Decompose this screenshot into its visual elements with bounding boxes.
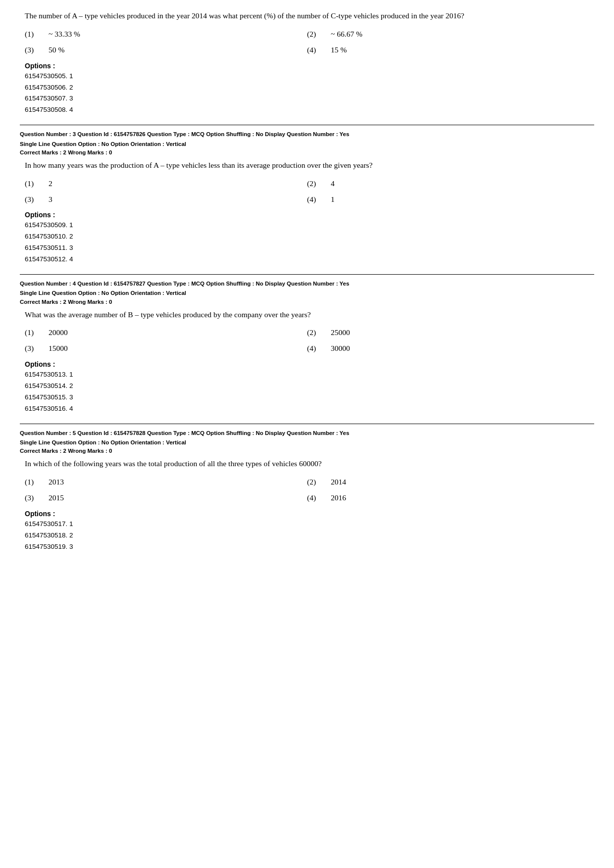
q2-options-section: Options : 61547530505. 1 61547530506. 2 … xyxy=(20,62,594,116)
q5-option-2-val: 2014 xyxy=(331,475,346,489)
q5-text: In which of the following years was the … xyxy=(20,458,594,470)
q3-meta-line2: Single Line Question Option : No Option … xyxy=(20,140,594,148)
q2-option-4-num: (4) xyxy=(307,43,321,57)
q5-option-4: (4) 2016 xyxy=(307,491,589,505)
q3-options-grid: (1) 2 (2) 4 (3) 3 (4) 1 xyxy=(20,177,594,206)
q4-option-1-val: 20000 xyxy=(49,326,68,339)
q2-option-4-val: 15 % xyxy=(331,43,347,57)
q5-code-3: 61547530519. 3 xyxy=(25,541,589,553)
q3-text: In how many years was the production of … xyxy=(20,159,594,172)
q3-option-3-num: (3) xyxy=(25,193,39,206)
q4-option-3-val: 15000 xyxy=(49,341,68,355)
q2-code-1: 61547530505. 1 xyxy=(25,71,589,82)
q5-option-4-val: 2016 xyxy=(331,491,346,505)
q4-option-2: (2) 25000 xyxy=(307,326,589,339)
q3-option-3: (3) 3 xyxy=(25,193,307,206)
q4-option-1: (1) 20000 xyxy=(25,326,307,339)
q4-option-4: (4) 30000 xyxy=(307,341,589,355)
q3-code-3: 61547530511. 3 xyxy=(25,242,589,254)
q4-option-4-num: (4) xyxy=(307,341,321,355)
q5-option-1-val: 2013 xyxy=(49,475,64,489)
q2-option-2-val: ~ 66.67 % xyxy=(331,27,362,41)
q5-option-2: (2) 2014 xyxy=(307,475,589,489)
q4-option-1-num: (1) xyxy=(25,326,39,339)
q2-option-3-val: 50 % xyxy=(49,43,64,57)
q2-options-grid: (1) ~ 33.33 % (2) ~ 66.67 % (3) 50 % (4)… xyxy=(20,27,594,57)
q4-option-2-num: (2) xyxy=(307,326,321,339)
q2-code-2: 61547530506. 2 xyxy=(25,82,589,94)
question-4-block: Question Number : 4 Question Id : 615475… xyxy=(20,280,594,415)
q2-code-4: 61547530508. 4 xyxy=(25,104,589,116)
q4-option-3-num: (3) xyxy=(25,341,39,355)
q2-option-1-num: (1) xyxy=(25,27,39,41)
intro-text: The number of A – type vehicles produced… xyxy=(20,10,594,22)
q3-option-1-num: (1) xyxy=(25,177,39,191)
q2-option-3: (3) 50 % xyxy=(25,43,307,57)
q2-option-3-num: (3) xyxy=(25,43,39,57)
q4-code-2: 61547530514. 2 xyxy=(25,381,589,392)
q2-code-3: 61547530507. 3 xyxy=(25,93,589,104)
q4-text: What was the average number of B – type … xyxy=(20,309,594,321)
q3-code-4: 61547530512. 4 xyxy=(25,254,589,265)
q4-correct-marks: Correct Marks : 2 Wrong Marks : 0 xyxy=(20,299,594,305)
q5-code-1: 61547530517. 1 xyxy=(25,519,589,530)
q4-option-2-val: 25000 xyxy=(331,326,350,339)
q5-option-3-val: 2015 xyxy=(49,491,64,505)
q5-options-section: Options : 61547530517. 1 61547530518. 2 … xyxy=(20,510,594,553)
q5-code-2: 61547530518. 2 xyxy=(25,530,589,541)
q4-options-grid: (1) 20000 (2) 25000 (3) 15000 (4) 30000 xyxy=(20,326,594,355)
q3-option-4: (4) 1 xyxy=(307,193,589,206)
question-2-block: The number of A – type vehicles produced… xyxy=(20,10,594,116)
q5-meta-line2: Single Line Question Option : No Option … xyxy=(20,438,594,447)
q3-options-section: Options : 61547530509. 1 61547530510. 2 … xyxy=(20,211,594,265)
q3-meta-line1: Question Number : 3 Question Id : 615475… xyxy=(20,130,594,139)
q3-correct-marks: Correct Marks : 2 Wrong Marks : 0 xyxy=(20,149,594,155)
q5-meta-line1: Question Number : 5 Question Id : 615475… xyxy=(20,429,594,437)
q2-option-1: (1) ~ 33.33 % xyxy=(25,27,307,41)
q5-correct-marks: Correct Marks : 2 Wrong Marks : 0 xyxy=(20,448,594,454)
q2-option-2: (2) ~ 66.67 % xyxy=(307,27,589,41)
q5-options-grid: (1) 2013 (2) 2014 (3) 2015 (4) 2016 xyxy=(20,475,594,505)
divider-q3-q4 xyxy=(20,274,594,275)
q5-options-label: Options : xyxy=(25,510,589,518)
divider-q2-q3 xyxy=(20,125,594,125)
q4-meta-line2: Single Line Question Option : No Option … xyxy=(20,289,594,297)
q5-option-3-num: (3) xyxy=(25,491,39,505)
q4-options-label: Options : xyxy=(25,360,589,368)
q2-options-label: Options : xyxy=(25,62,589,70)
q5-option-2-num: (2) xyxy=(307,475,321,489)
q5-option-1: (1) 2013 xyxy=(25,475,307,489)
q4-code-4: 61547530516. 4 xyxy=(25,403,589,415)
q3-option-2-num: (2) xyxy=(307,177,321,191)
q4-code-3: 61547530515. 3 xyxy=(25,392,589,403)
q4-options-section: Options : 61547530513. 1 61547530514. 2 … xyxy=(20,360,594,415)
q4-option-3: (3) 15000 xyxy=(25,341,307,355)
q5-option-1-num: (1) xyxy=(25,475,39,489)
q3-option-4-val: 1 xyxy=(331,193,335,206)
q2-option-1-val: ~ 33.33 % xyxy=(49,27,80,41)
q3-option-3-val: 3 xyxy=(49,193,52,206)
q3-options-label: Options : xyxy=(25,211,589,219)
q4-option-4-val: 30000 xyxy=(331,341,350,355)
question-3-block: Question Number : 3 Question Id : 615475… xyxy=(20,130,594,265)
q3-option-2-val: 4 xyxy=(331,177,335,191)
q2-option-2-num: (2) xyxy=(307,27,321,41)
q4-meta-line1: Question Number : 4 Question Id : 615475… xyxy=(20,280,594,288)
question-5-block: Question Number : 5 Question Id : 615475… xyxy=(20,429,594,553)
divider-q4-q5 xyxy=(20,424,594,424)
q3-code-1: 61547530509. 1 xyxy=(25,220,589,231)
q4-code-1: 61547530513. 1 xyxy=(25,369,589,381)
q3-option-2: (2) 4 xyxy=(307,177,589,191)
q3-code-2: 61547530510. 2 xyxy=(25,231,589,242)
q3-option-4-num: (4) xyxy=(307,193,321,206)
q3-option-1-val: 2 xyxy=(49,177,52,191)
q5-option-4-num: (4) xyxy=(307,491,321,505)
q5-option-3: (3) 2015 xyxy=(25,491,307,505)
q3-option-1: (1) 2 xyxy=(25,177,307,191)
q2-option-4: (4) 15 % xyxy=(307,43,589,57)
